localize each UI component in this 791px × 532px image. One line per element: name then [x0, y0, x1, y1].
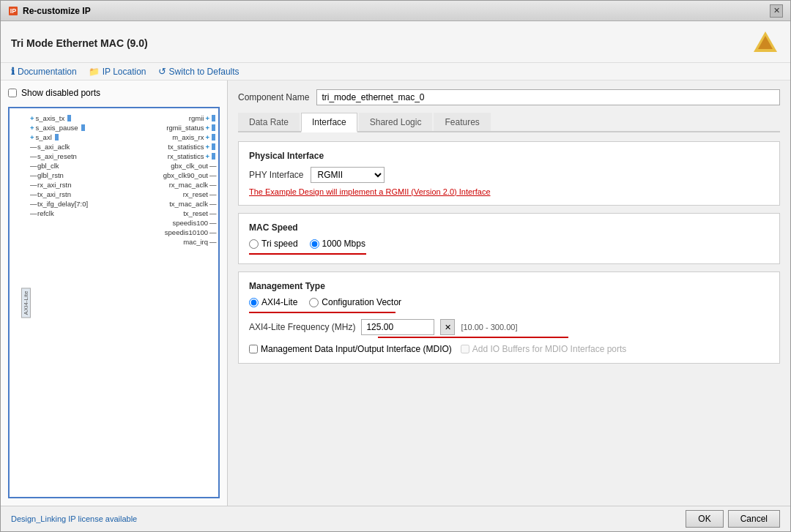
- toolbar: ℹ Documentation 📁 IP Location ↺ Switch t…: [1, 63, 790, 80]
- port-tx-axi-rstn: — tx_axi_rstn: [30, 190, 88, 198]
- bus-indicator: [212, 124, 215, 131]
- port-s-axis-tx: + s_axis_tx: [30, 114, 88, 122]
- tri-speed-radio[interactable]: [249, 239, 259, 249]
- footer: Design_Linking IP license available OK C…: [1, 506, 790, 531]
- bus-indicator: [81, 124, 85, 131]
- close-button[interactable]: ✕: [770, 4, 783, 18]
- right-panel: Component Name Data Rate Interface Share…: [228, 80, 790, 506]
- management-type-title: Management Type: [249, 281, 769, 291]
- switch-defaults-button[interactable]: ↺ Switch to Defaults: [158, 66, 239, 77]
- mac-speed-title: MAC Speed: [249, 222, 769, 233]
- port-tx-mac-aclk: tx_mac_aclk —: [163, 200, 215, 208]
- port-s-axl: + s_axl: [30, 133, 88, 141]
- left-panel: Show disabled ports AXI4-Lite + s_axis_t…: [1, 80, 228, 506]
- config-vector-radio[interactable]: [309, 298, 319, 307]
- plus-icon: +: [30, 114, 34, 122]
- tab-shared-logic[interactable]: Shared Logic: [359, 113, 433, 131]
- freq-row: AXI4-Lite Frequency (MHz) ✕ [10.00 - 300…: [249, 319, 769, 335]
- port-rx-axi-rstn: — rx_axi_rstn: [30, 181, 88, 189]
- re-customize-icon: IP: [8, 6, 18, 16]
- axi4-lite-radio[interactable]: [249, 298, 259, 307]
- phy-row: PHY Interface RGMII SGMII 1000BASE-X MII…: [249, 167, 769, 183]
- location-icon: 📁: [89, 67, 100, 77]
- tab-features[interactable]: Features: [434, 113, 490, 131]
- component-name-input[interactable]: [316, 89, 780, 105]
- 1000mbps-radio[interactable]: [310, 239, 319, 249]
- port-rgmii-status: rgmii_status +: [163, 124, 215, 132]
- plus-icon: +: [205, 124, 209, 132]
- title-bar-left: IP Re-customize IP: [8, 6, 91, 16]
- port-speedis100: speedis100 —: [163, 219, 215, 227]
- footer-buttons: OK Cancel: [686, 510, 780, 528]
- show-disabled-checkbox[interactable]: [8, 89, 17, 97]
- axi4-lite-option: AXI4-Lite: [249, 297, 297, 307]
- add-io-checkbox[interactable]: [461, 345, 469, 353]
- switch-defaults-label: Switch to Defaults: [169, 67, 239, 77]
- port-gbx-clk-out: gbx_clk_out —: [163, 162, 215, 170]
- add-io-label: Add IO Buffers for MDIO Interface ports: [472, 344, 627, 354]
- tab-data-rate[interactable]: Data Rate: [238, 113, 300, 131]
- mdio-checkbox[interactable]: [249, 345, 258, 353]
- port-s-axi-aclk: — s_axi_aclk: [30, 143, 88, 151]
- component-name-label: Component Name: [238, 92, 309, 102]
- config-vector-option: Configuration Vector: [309, 297, 401, 307]
- title-bar: IP Re-customize IP ✕: [1, 1, 790, 21]
- freq-label: AXI4-Lite Frequency (MHz): [249, 322, 355, 332]
- 1000mbps-option: 1000 Mbps: [310, 239, 365, 249]
- plus-icon: +: [205, 114, 209, 122]
- freq-input[interactable]: [361, 319, 434, 335]
- bus-indicator: [212, 134, 215, 141]
- documentation-button[interactable]: ℹ Documentation: [11, 66, 77, 77]
- mdio-label: Management Data Input/Output Interface (…: [261, 344, 452, 354]
- show-disabled-row: Show disabled ports: [8, 88, 220, 98]
- plus-icon: +: [205, 152, 209, 160]
- bus-indicator: [212, 143, 215, 150]
- axi4-lite-label: AXI4-Lite: [261, 297, 297, 307]
- freq-clear-button[interactable]: ✕: [440, 319, 455, 335]
- bus-indicator: [212, 153, 215, 160]
- management-type-section: Management Type AXI4-Lite Configuration …: [238, 271, 780, 364]
- phy-label: PHY Interface: [249, 170, 303, 180]
- management-radio-row: AXI4-Lite Configuration Vector: [249, 297, 769, 307]
- xilinx-logo: [751, 29, 780, 58]
- plus-icon: +: [30, 124, 34, 132]
- mdio-row: Management Data Input/Output Interface (…: [249, 344, 769, 354]
- main-title: Tri Mode Ethernet MAC (9.0): [11, 37, 148, 49]
- tri-speed-option: Tri speed: [249, 239, 298, 249]
- port-glbl-rstn: — glbl_rstn: [30, 171, 88, 179]
- port-tx-ifg-delay: — tx_ifg_delay[7:0]: [30, 200, 88, 208]
- physical-interface-section: Physical Interface PHY Interface RGMII S…: [238, 141, 780, 206]
- freq-range: [10.00 - 300.00]: [461, 323, 517, 331]
- plus-icon: +: [205, 133, 209, 141]
- add-io-option: Add IO Buffers for MDIO Interface ports: [461, 344, 627, 354]
- title-bar-text: Re-customize IP: [23, 6, 91, 16]
- mac-speed-underline: [249, 253, 366, 255]
- tabs-row: Data Rate Interface Shared Logic Feature…: [238, 113, 780, 132]
- mgmt-underline: [249, 312, 396, 313]
- port-mac-irq: mac_irq —: [163, 238, 215, 246]
- port-speedis10100: speedis10100 —: [163, 228, 215, 236]
- mac-speed-section: MAC Speed Tri speed 1000 Mbps: [238, 213, 780, 264]
- refresh-icon: ↺: [158, 66, 166, 77]
- port-tx-statistics: tx_statistics +: [163, 143, 215, 151]
- content-area: Show disabled ports AXI4-Lite + s_axis_t…: [1, 80, 790, 506]
- port-gbl-clk: — gbl_clk: [30, 162, 88, 170]
- physical-interface-title: Physical Interface: [249, 151, 769, 161]
- config-vector-label: Configuration Vector: [322, 297, 401, 307]
- port-tx-reset: tx_reset —: [163, 209, 215, 217]
- phy-select[interactable]: RGMII SGMII 1000BASE-X MII GMII: [311, 167, 385, 183]
- cancel-button[interactable]: Cancel: [728, 510, 780, 528]
- left-ports: + s_axis_tx + s_axis_pause + s_axl: [30, 114, 88, 217]
- dialog: IP Re-customize IP ✕ Tri Mode Ethernet M…: [0, 0, 791, 532]
- bus-indicator: [212, 115, 215, 121]
- ip-location-button[interactable]: 📁 IP Location: [89, 67, 146, 77]
- ok-button[interactable]: OK: [686, 510, 723, 528]
- component-name-row: Component Name: [238, 89, 780, 105]
- port-refclk: — refclk: [30, 209, 88, 217]
- port-s-axis-pause: + s_axis_pause: [30, 124, 88, 132]
- right-ports: rgmii + rgmii_status + m_axis_rx +: [163, 114, 215, 246]
- mac-speed-radio-row: Tri speed 1000 Mbps: [249, 239, 769, 249]
- plus-icon: +: [30, 133, 34, 141]
- tab-interface[interactable]: Interface: [301, 113, 357, 132]
- port-gbx-clk90-out: gbx_clk90_out —: [163, 171, 215, 179]
